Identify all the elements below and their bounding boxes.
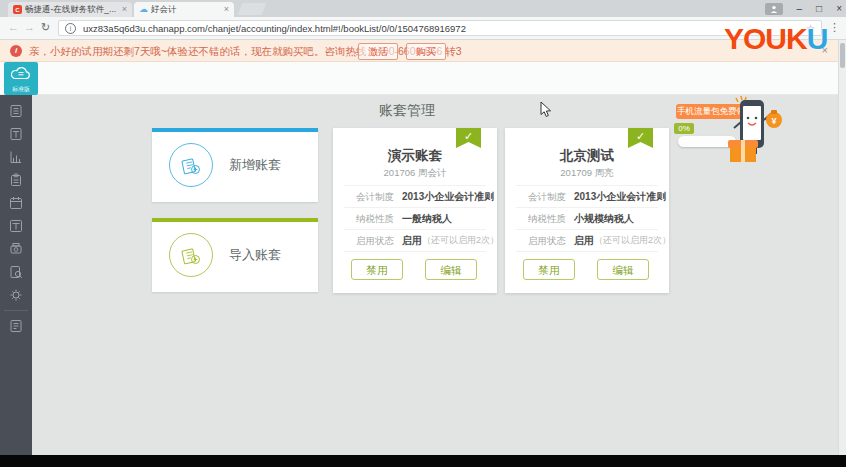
page-title: 账套管理 xyxy=(332,102,482,120)
address-bar[interactable]: i uxz83a5q6d3u.chanapp.com/chanjet/accou… xyxy=(58,20,822,36)
person-icon xyxy=(770,5,778,13)
letterbox-bar xyxy=(0,455,846,467)
watermark-orange: YOUK xyxy=(724,22,807,55)
field-value: 启用 xyxy=(574,230,594,251)
import-book-icon xyxy=(169,233,213,277)
browser-tab-chanjet[interactable]: C 畅捷通-在线财务软件_... × xyxy=(8,2,132,17)
activate-button[interactable]: 激活 xyxy=(358,43,398,60)
book-name: 北京测试 xyxy=(505,147,669,165)
field-label: 启用状态 xyxy=(344,230,394,251)
field-label: 纳税性质 xyxy=(344,208,394,229)
main-content: 账套管理 新增账套 导入账套 ✓ 演示账套 201706 周会计 会计制度201… xyxy=(32,95,846,455)
sidebar-ledger-icon[interactable] xyxy=(9,127,23,141)
tab-title: 畅捷通-在线财务软件_... xyxy=(25,4,118,16)
field-note: （还可以启用2次） xyxy=(594,230,671,251)
active-ribbon: ✓ xyxy=(456,128,481,148)
browser-tab-haokuaiji[interactable]: ☁ 好会计 × xyxy=(134,2,234,17)
new-book-label: 新增账套 xyxy=(229,156,281,174)
field-label: 会计制度 xyxy=(344,186,394,207)
field-row: 纳税性质一般纳税人 xyxy=(344,208,486,230)
promo-phone-mascot[interactable]: ¥ xyxy=(726,96,784,164)
cloud-favicon-icon: ☁ xyxy=(139,5,148,14)
url-text: uxz83a5q6d3u.chanapp.com/chanjet/account… xyxy=(83,23,806,34)
field-row: 启用状态启用（还可以启用2次） xyxy=(516,230,658,252)
app-logo[interactable]: 标准版 xyxy=(4,62,38,95)
logo-caption: 标准版 xyxy=(6,85,37,93)
screen: C 畅捷通-在线财务软件_... × ☁ 好会计 × – □ × ← → ↻ i… xyxy=(0,0,846,467)
tab-title: 好会计 xyxy=(151,4,220,16)
browser-menu-icon[interactable]: ⋮ xyxy=(829,21,840,34)
sidebar-checkout-icon[interactable] xyxy=(9,173,23,187)
browser-toolbar: ← → ↻ i uxz83a5q6d3u.chanapp.com/chanjet… xyxy=(0,17,846,40)
field-label: 启用状态 xyxy=(516,230,566,251)
disable-button[interactable]: 禁用 xyxy=(523,259,575,280)
book-card-beijing: ✓ 北京测试 201709 周亮 会计制度2013小企业会计准则 纳税性质小规模… xyxy=(505,128,669,293)
back-icon[interactable]: ← xyxy=(8,21,19,33)
card-accent-bar xyxy=(152,128,318,132)
scrollbar-thumb[interactable] xyxy=(840,43,845,68)
book-fields: 会计制度2013小企业会计准则 纳税性质小规模纳税人 启用状态启用（还可以启用2… xyxy=(516,185,658,252)
check-icon: ✓ xyxy=(464,130,473,142)
field-row: 会计制度2013小企业会计准则 xyxy=(344,185,486,208)
field-row: 启用状态启用（还可以启用2次） xyxy=(344,230,486,252)
sidebar-invoice-icon[interactable] xyxy=(9,265,23,279)
cloud-logo-icon xyxy=(11,66,31,80)
disable-button[interactable]: 禁用 xyxy=(351,259,403,280)
field-value: 一般纳税人 xyxy=(402,208,452,229)
book-period: 201709 周亮 xyxy=(505,167,669,180)
forward-icon[interactable]: → xyxy=(24,21,35,33)
youku-watermark: YOUKU xyxy=(724,22,827,56)
field-label: 会计制度 xyxy=(516,186,566,207)
yen-icon: ¥ xyxy=(771,116,776,126)
active-ribbon: ✓ xyxy=(628,128,653,148)
sidebar-salary-icon[interactable] xyxy=(9,242,23,256)
check-icon: ✓ xyxy=(636,130,645,142)
buy-button[interactable]: 购买 xyxy=(406,43,446,60)
chanjet-favicon-icon: C xyxy=(13,5,22,14)
sidebar xyxy=(0,95,32,455)
watermark-blue: U xyxy=(807,22,828,55)
sidebar-booklist-icon[interactable] xyxy=(9,319,23,333)
field-row: 纳税性质小规模纳税人 xyxy=(516,208,658,230)
browser-profile-button[interactable] xyxy=(765,3,783,15)
field-note: （还可以启用2次） xyxy=(422,230,499,251)
tab-close-icon[interactable]: × xyxy=(122,5,127,14)
book-fields: 会计制度2013小企业会计准则 纳税性质一般纳税人 启用状态启用（还可以启用2次… xyxy=(344,185,486,252)
notice-info-icon: i xyxy=(10,45,22,57)
book-name: 演示账套 xyxy=(333,147,497,165)
card-accent-bar xyxy=(152,218,318,222)
new-tab-button[interactable] xyxy=(238,3,267,15)
sidebar-report-icon[interactable] xyxy=(9,150,23,164)
tab-close-icon[interactable]: × xyxy=(224,5,229,14)
book-period: 201706 周会计 xyxy=(333,167,497,180)
sidebar-calendar-icon[interactable] xyxy=(9,196,23,210)
new-book-card[interactable]: 新增账套 xyxy=(152,128,318,202)
sidebar-divider xyxy=(4,310,28,311)
browser-tabstrip: C 畅捷通-在线财务软件_... × ☁ 好会计 × – □ × xyxy=(0,0,846,17)
site-info-icon[interactable]: i xyxy=(65,23,76,34)
book-card-demo: ✓ 演示账套 201706 周会计 会计制度2013小企业会计准则 纳税性质一般… xyxy=(333,128,497,293)
field-value: 启用 xyxy=(402,230,422,251)
scrollbar-track[interactable] xyxy=(838,40,846,455)
field-value: 2013小企业会计准则 xyxy=(402,186,494,207)
field-value: 小规模纳税人 xyxy=(574,208,634,229)
import-book-card[interactable]: 导入账套 xyxy=(152,218,318,292)
new-book-icon xyxy=(169,143,213,187)
app-header: 北京测试 ▼ + 重磅福利 →→ NEW 课程直播 ? 客服 xyxy=(0,62,846,95)
field-label: 纳税性质 xyxy=(516,208,566,229)
promo-progress-label: 0% xyxy=(674,123,694,134)
edit-button[interactable]: 编辑 xyxy=(597,259,649,280)
window-close-button[interactable]: × xyxy=(836,4,842,14)
field-value: 2013小企业会计准则 xyxy=(574,186,666,207)
sidebar-voucher-icon[interactable] xyxy=(9,104,23,118)
window-maximize-button[interactable]: □ xyxy=(816,4,822,14)
edit-button[interactable]: 编辑 xyxy=(425,259,477,280)
sidebar-settings-gear-icon[interactable] xyxy=(9,288,23,302)
import-book-label: 导入账套 xyxy=(229,246,281,264)
reload-icon[interactable]: ↻ xyxy=(41,21,50,34)
field-row: 会计制度2013小企业会计准则 xyxy=(516,185,658,208)
window-minimize-button[interactable]: – xyxy=(797,4,803,14)
trial-notice-bar: i 亲，小好的试用期还剩7天哦~体验还不错的话，现在就购买吧。咨询热线：400-… xyxy=(0,40,846,62)
mouse-cursor xyxy=(540,101,552,118)
sidebar-taccount-icon[interactable] xyxy=(9,219,23,233)
